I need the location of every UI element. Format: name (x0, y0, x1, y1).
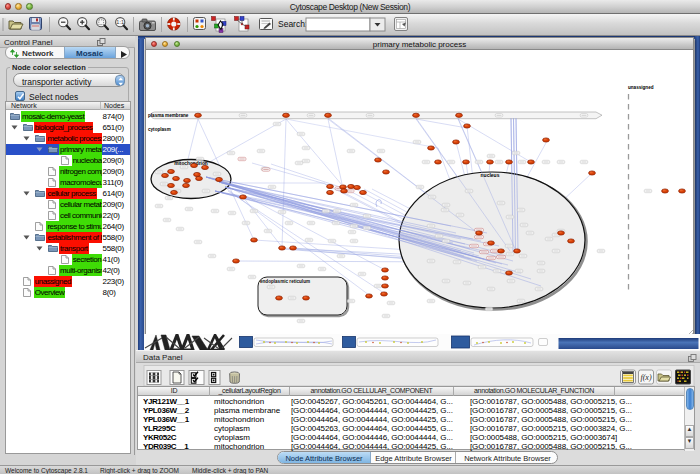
svg-text:cytoplasm: cytoplasm (148, 127, 171, 132)
svg-text:endoplasmic reticulum: endoplasmic reticulum (260, 279, 310, 284)
svg-text:Search:: Search: (278, 19, 307, 29)
svg-text:plasma membrane: plasma membrane (148, 113, 189, 118)
svg-text:1:1: 1:1 (116, 19, 124, 25)
svg-text:f(x): f(x) (640, 373, 651, 382)
svg-text:unassigned: unassigned (628, 85, 654, 90)
